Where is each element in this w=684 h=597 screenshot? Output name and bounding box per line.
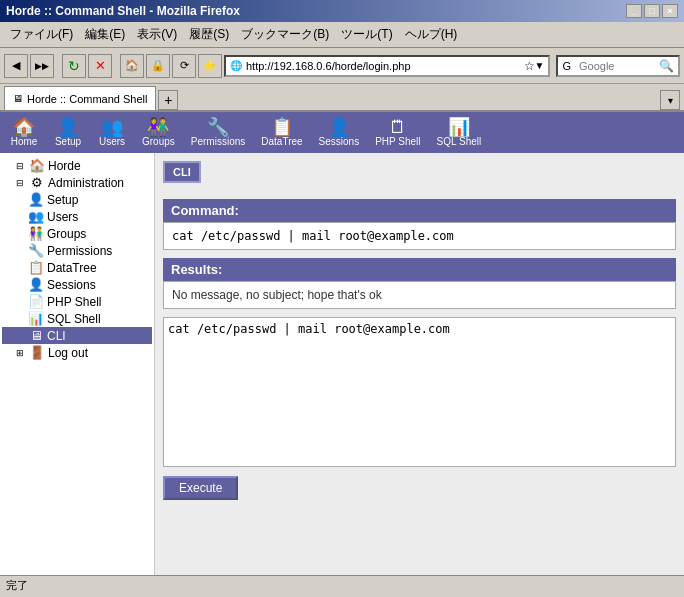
sidebar-item-users[interactable]: 👥 Users — [2, 208, 152, 225]
content-wrapper: ⊟ 🏠 Horde ⊟ ⚙ Administration 👤 Setup 👥 U… — [0, 153, 684, 575]
expand-icon-admin[interactable]: ⊟ — [16, 178, 26, 188]
app-container: 🏠 Home 👤 Setup 👥 Users 👫 Groups 🔧 Permis… — [0, 112, 684, 575]
maximize-button[interactable]: □ — [644, 4, 660, 18]
nav-toolbar: ◀ ▶▶ ↻ ✕ 🏠 🔒 ⟳ ⭐ 🌐 http://192.168.0.6/ho… — [0, 48, 684, 84]
new-tab-button[interactable]: + — [158, 90, 178, 110]
home-button[interactable]: 🏠 — [120, 54, 144, 78]
sidebar-item-setup[interactable]: 👤 Setup — [2, 191, 152, 208]
nav-groups[interactable]: 👫 Groups — [138, 116, 179, 149]
menu-file[interactable]: ファイル(F) — [4, 24, 79, 45]
bookmark-button[interactable]: ⭐ — [198, 54, 222, 78]
refresh-button[interactable]: ⟳ — [172, 54, 196, 78]
nav-datatree-label: DataTree — [261, 136, 302, 147]
tab-list-button[interactable]: ▾ — [660, 90, 680, 110]
datatree-nav-icon: 📋 — [271, 118, 293, 136]
command-input[interactable]: cat /etc/passwd | mail root@example.com — [163, 317, 676, 467]
sidebar-sessions-label: Sessions — [47, 278, 96, 292]
minimize-button[interactable]: _ — [626, 4, 642, 18]
stop-button[interactable]: ✕ — [88, 54, 112, 78]
search-bar[interactable]: G 🔍 — [556, 55, 680, 77]
menu-view[interactable]: 表示(V) — [131, 24, 183, 45]
sidebar: ⊟ 🏠 Horde ⊟ ⚙ Administration 👤 Setup 👥 U… — [0, 153, 155, 575]
nav-home[interactable]: 🏠 Home — [6, 116, 42, 149]
close-button[interactable]: × — [662, 4, 678, 18]
command-text: cat /etc/passwd | mail root@example.com — [172, 229, 454, 243]
sidebar-permissions-label: Permissions — [47, 244, 112, 258]
nav-php-shell-label: PHP Shell — [375, 136, 420, 147]
menu-tools[interactable]: ツール(T) — [335, 24, 398, 45]
menu-help[interactable]: ヘルプ(H) — [399, 24, 464, 45]
groups-nav-icon: 👫 — [147, 118, 169, 136]
sidebar-item-horde[interactable]: ⊟ 🏠 Horde — [2, 157, 152, 174]
results-section-content: No message, no subject; hope that's ok — [163, 281, 676, 309]
sidebar-item-php-shell[interactable]: 📄 PHP Shell — [2, 293, 152, 310]
browser-tab-main[interactable]: 🖥 Horde :: Command Shell — [4, 86, 156, 110]
nav-permissions[interactable]: 🔧 Permissions — [187, 116, 249, 149]
reload-button[interactable]: ↻ — [62, 54, 86, 78]
home-nav-icon: 🏠 — [13, 118, 35, 136]
sidebar-groups-label: Groups — [47, 227, 86, 241]
cli-icon: 🖥 — [28, 328, 44, 343]
tab-bar: 🖥 Horde :: Command Shell + ▾ — [0, 84, 684, 112]
menubar: ファイル(F) 編集(E) 表示(V) 履歴(S) ブックマーク(B) ツール(… — [0, 22, 684, 48]
sidebar-users-label: Users — [47, 210, 78, 224]
address-bar[interactable]: 🌐 http://192.168.0.6/horde/login.php ☆ ▼ — [224, 55, 550, 77]
tab-icon: 🖥 — [13, 93, 23, 104]
back-button[interactable]: ◀ — [4, 54, 28, 78]
star-icon[interactable]: ☆ — [524, 59, 535, 73]
setup-nav-icon: 👤 — [57, 118, 79, 136]
sql-shell-nav-icon: 📊 — [448, 118, 470, 136]
window-controls[interactable]: _ □ × — [626, 4, 678, 18]
setup-icon: 👤 — [28, 192, 44, 207]
command-section-content: cat /etc/passwd | mail root@example.com — [163, 222, 676, 250]
horde-icon: 🏠 — [29, 158, 45, 173]
sidebar-item-datatree[interactable]: 📋 DataTree — [2, 259, 152, 276]
php-shell-nav-icon: 🗒 — [389, 118, 407, 136]
expand-icon-horde[interactable]: ⊟ — [16, 161, 26, 171]
forward-button[interactable]: ▶▶ — [30, 54, 54, 78]
sql-shell-icon: 📊 — [28, 311, 44, 326]
nav-sessions[interactable]: 👤 Sessions — [315, 116, 364, 149]
sessions-nav-icon: 👤 — [328, 118, 350, 136]
sidebar-item-groups[interactable]: 👫 Groups — [2, 225, 152, 242]
sidebar-item-cli[interactable]: 🖥 CLI — [2, 327, 152, 344]
nav-home-label: Home — [11, 136, 38, 147]
dropdown-icon[interactable]: ▼ — [535, 60, 545, 71]
cli-active-tab[interactable]: CLI — [163, 161, 201, 183]
sidebar-item-sql-shell[interactable]: 📊 SQL Shell — [2, 310, 152, 327]
sidebar-datatree-label: DataTree — [47, 261, 97, 275]
window-titlebar: Horde :: Command Shell - Mozilla Firefox… — [0, 0, 684, 22]
sidebar-item-sessions[interactable]: 👤 Sessions — [2, 276, 152, 293]
datatree-icon: 📋 — [28, 260, 44, 275]
sidebar-cli-label: CLI — [47, 329, 66, 343]
nav-datatree[interactable]: 📋 DataTree — [257, 116, 306, 149]
users-nav-icon: 👥 — [101, 118, 123, 136]
sidebar-item-permissions[interactable]: 🔧 Permissions — [2, 242, 152, 259]
menu-edit[interactable]: 編集(E) — [79, 24, 131, 45]
nav-users[interactable]: 👥 Users — [94, 116, 130, 149]
menu-bookmarks[interactable]: ブックマーク(B) — [235, 24, 335, 45]
users-icon: 👥 — [28, 209, 44, 224]
results-section-header: Results: — [163, 258, 676, 281]
expand-icon-logout[interactable]: ⊞ — [16, 348, 26, 358]
permissions-nav-icon: 🔧 — [207, 118, 229, 136]
sidebar-item-logout[interactable]: ⊞ 🚪 Log out — [2, 344, 152, 361]
search-input[interactable] — [575, 59, 655, 73]
groups-icon: 👫 — [28, 226, 44, 241]
nav-sql-shell[interactable]: 📊 SQL Shell — [433, 116, 486, 149]
execute-button[interactable]: Execute — [163, 476, 238, 500]
search-engine-icon: G — [558, 58, 575, 74]
sidebar-sql-shell-label: SQL Shell — [47, 312, 101, 326]
sidebar-item-administration[interactable]: ⊟ ⚙ Administration — [2, 174, 152, 191]
tab-label: Horde :: Command Shell — [27, 93, 147, 105]
sidebar-logout-label: Log out — [48, 346, 88, 360]
nav-setup[interactable]: 👤 Setup — [50, 116, 86, 149]
menu-history[interactable]: 履歴(S) — [183, 24, 235, 45]
sidebar-setup-label: Setup — [47, 193, 78, 207]
permissions-icon: 🔧 — [28, 243, 44, 258]
nav-php-shell[interactable]: 🗒 PHP Shell — [371, 116, 424, 149]
sidebar-php-shell-label: PHP Shell — [47, 295, 101, 309]
search-icon[interactable]: 🔍 — [655, 57, 678, 75]
statusbar: 完了 — [0, 575, 684, 595]
nav-users-label: Users — [99, 136, 125, 147]
